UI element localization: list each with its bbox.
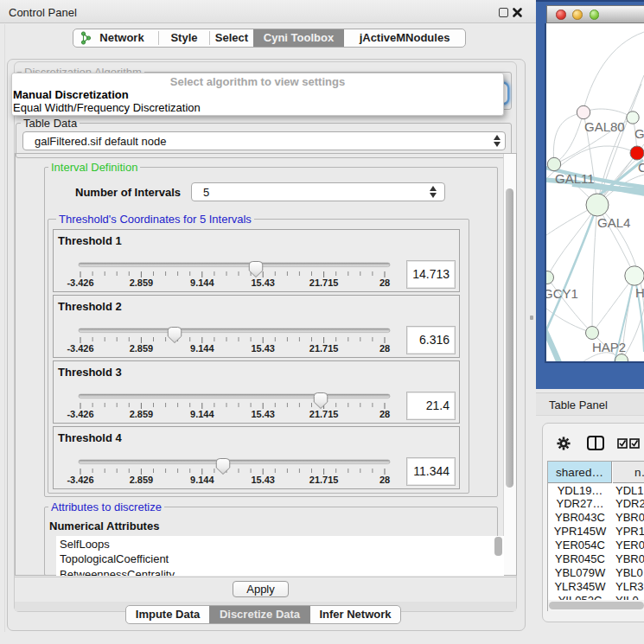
svg-text:21.715: 21.715 xyxy=(309,475,339,485)
svg-text:15.43: 15.43 xyxy=(251,409,275,419)
svg-text:15.43: 15.43 xyxy=(251,475,275,485)
svg-text:GAL80: GAL80 xyxy=(584,119,625,134)
svg-text:C: C xyxy=(638,160,644,175)
svg-text:-3.426: -3.426 xyxy=(67,343,93,354)
svg-text:9.144: 9.144 xyxy=(190,277,214,288)
svg-text:15.43: 15.43 xyxy=(251,343,275,354)
svg-text:-3.426: -3.426 xyxy=(67,409,93,419)
svg-text:28: 28 xyxy=(379,343,390,354)
svg-text:GA: GA xyxy=(634,126,644,141)
svg-text:2.859: 2.859 xyxy=(130,277,154,288)
svg-text:21.715: 21.715 xyxy=(309,277,339,288)
svg-text:21.715: 21.715 xyxy=(309,343,339,354)
svg-text:-3.426: -3.426 xyxy=(67,475,93,485)
svg-text:2.859: 2.859 xyxy=(130,475,154,485)
svg-text:9.144: 9.144 xyxy=(190,409,214,419)
svg-text:GAL4: GAL4 xyxy=(597,215,630,230)
svg-text:28: 28 xyxy=(379,475,390,485)
svg-text:2.859: 2.859 xyxy=(130,343,154,354)
svg-text:HAP2: HAP2 xyxy=(592,340,626,354)
svg-text:-3.426: -3.426 xyxy=(67,277,93,288)
svg-text:9.144: 9.144 xyxy=(190,475,214,485)
svg-text:21.715: 21.715 xyxy=(309,409,339,419)
svg-text:2.859: 2.859 xyxy=(130,409,154,419)
svg-text:H: H xyxy=(635,285,644,300)
svg-text:GCY1: GCY1 xyxy=(546,286,578,301)
svg-text:28: 28 xyxy=(379,409,390,419)
svg-text:15.43: 15.43 xyxy=(251,277,275,288)
svg-text:9.144: 9.144 xyxy=(190,343,214,354)
svg-text:GAL11: GAL11 xyxy=(555,171,595,186)
svg-text:28: 28 xyxy=(379,277,390,288)
